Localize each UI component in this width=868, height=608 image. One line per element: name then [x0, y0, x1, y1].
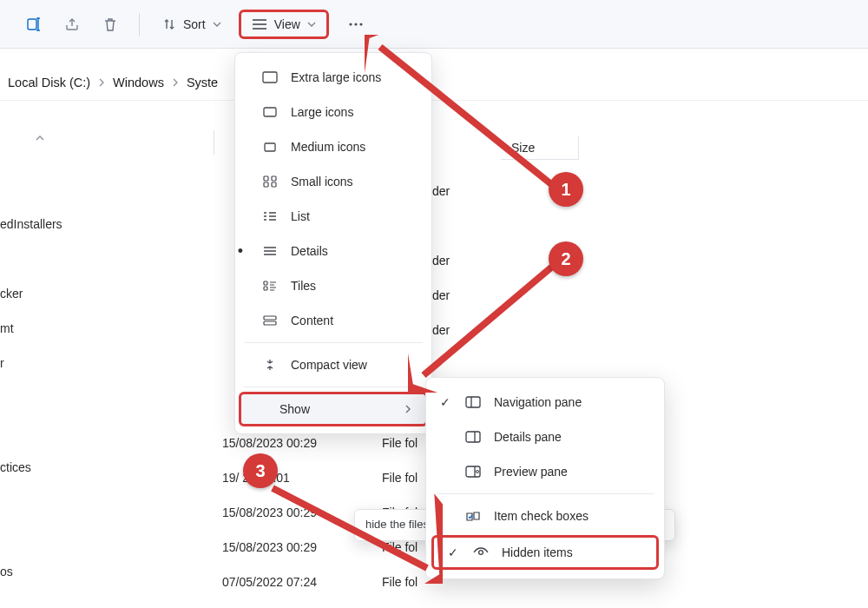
menu-item-preview-pane[interactable]: Preview pane	[426, 454, 664, 489]
type-cell: der	[432, 243, 450, 278]
list-lines-icon	[252, 18, 267, 30]
svg-rect-8	[272, 176, 276, 181]
crumb-3[interactable]: Syste	[184, 76, 220, 89]
svg-rect-11	[264, 281, 267, 285]
type-cell: der	[432, 278, 450, 313]
type-cell: der	[432, 174, 450, 208]
date-cell: 19/ 22 16:01	[222, 471, 344, 485]
menu-item-large-icons[interactable]: Large icons	[235, 95, 431, 129]
list-item[interactable]: os	[0, 554, 87, 589]
type-cell: der	[432, 313, 450, 347]
share-button[interactable]	[57, 10, 87, 39]
view-label: View	[274, 17, 300, 31]
svg-rect-16	[466, 432, 480, 442]
chevron-right-icon	[404, 404, 411, 414]
list-row[interactable]: 07/05/2022 07:24 File fol	[222, 565, 451, 599]
menu-divider	[437, 493, 654, 494]
svg-rect-14	[264, 321, 276, 325]
check-icon: ✓	[438, 395, 452, 409]
svg-rect-17	[466, 466, 480, 477]
preview-pane-icon	[464, 466, 482, 478]
toolbar-divider	[139, 13, 140, 36]
list-icon	[261, 211, 279, 221]
menu-item-compact-view[interactable]: Compact view	[235, 347, 431, 382]
svg-point-18	[477, 471, 479, 473]
menu-item-details-pane[interactable]: Details pane	[426, 420, 664, 454]
svg-rect-12	[264, 287, 267, 290]
menu-item-tiles[interactable]: Tiles	[235, 268, 431, 303]
list-item[interactable]: mt	[0, 311, 87, 346]
checkbox-icon	[464, 510, 482, 522]
small-icons-icon	[261, 175, 279, 188]
svg-point-2	[354, 23, 357, 25]
menu-item-item-check-boxes[interactable]: Item check boxes	[426, 499, 664, 533]
svg-rect-9	[264, 182, 268, 187]
svg-rect-6	[265, 143, 275, 151]
svg-point-1	[349, 23, 352, 25]
delete-button[interactable]	[95, 10, 125, 39]
svg-point-3	[359, 23, 362, 25]
check-icon: ✓	[446, 545, 460, 559]
details-pane-icon	[464, 431, 482, 443]
menu-divider	[244, 342, 423, 343]
eye-icon	[472, 547, 490, 558]
list-item[interactable]: r	[0, 346, 87, 380]
rename-button[interactable]	[19, 10, 49, 39]
large-icons-icon	[261, 107, 279, 117]
column-header-size[interactable]: Size	[501, 136, 579, 160]
date-cell: 15/08/2023 00:29	[222, 540, 344, 554]
sort-label: Sort	[183, 17, 206, 31]
menu-item-list[interactable]: List	[235, 199, 431, 234]
menu-item-navigation-pane[interactable]: ✓ Navigation pane	[426, 385, 664, 420]
list-item[interactable]: ctices	[0, 450, 87, 485]
column-divider	[214, 130, 214, 155]
list-item[interactable]: edInstallers	[0, 207, 87, 241]
chevron-right-icon	[167, 78, 184, 87]
date-cell: 07/05/2022 07:24	[222, 575, 344, 589]
content-icon	[261, 315, 279, 326]
bullet-icon: •	[234, 242, 247, 261]
annotation-badge-3: 3	[243, 453, 278, 488]
view-button[interactable]: View	[239, 10, 329, 39]
show-submenu: ✓ Navigation pane Details pane Preview p…	[425, 377, 665, 579]
svg-rect-4	[263, 72, 277, 83]
list-item[interactable]: cker	[0, 276, 87, 311]
chevron-down-icon	[307, 20, 316, 29]
breadcrumb[interactable]: Local Disk (C:) Windows Syste	[0, 64, 868, 101]
menu-item-content[interactable]: Content	[235, 303, 431, 338]
tiles-icon	[261, 281, 279, 291]
menu-item-show[interactable]: Show	[239, 392, 428, 426]
svg-rect-0	[28, 19, 36, 30]
annotation-badge-2: 2	[549, 241, 583, 276]
more-button[interactable]	[341, 10, 371, 39]
annotation-badge-1: 1	[549, 172, 583, 207]
menu-item-extra-large-icons[interactable]: Extra large icons	[235, 60, 431, 95]
svg-rect-5	[264, 108, 276, 116]
extra-large-icon	[261, 71, 279, 83]
menu-item-medium-icons[interactable]: Medium icons	[235, 129, 431, 164]
menu-item-details[interactable]: • Details	[235, 234, 431, 268]
chevron-right-icon	[93, 78, 110, 87]
navigation-pane-icon	[464, 396, 482, 408]
chevron-down-icon	[213, 20, 221, 29]
details-icon	[261, 246, 279, 256]
menu-divider	[244, 387, 423, 387]
view-dropdown: Extra large icons Large icons Medium ico…	[234, 52, 432, 434]
svg-rect-7	[264, 176, 268, 181]
crumb-1[interactable]: Local Disk (C:)	[5, 76, 93, 89]
svg-rect-15	[466, 397, 480, 407]
svg-point-19	[479, 551, 483, 555]
menu-item-small-icons[interactable]: Small icons	[235, 164, 431, 199]
date-cell: 15/08/2023 00:29	[222, 436, 344, 450]
medium-icons-icon	[261, 142, 279, 152]
menu-item-hidden-items[interactable]: ✓ Hidden items	[431, 535, 659, 570]
compact-icon	[261, 359, 279, 371]
svg-rect-13	[264, 316, 276, 320]
svg-rect-10	[272, 182, 276, 187]
crumb-2[interactable]: Windows	[110, 76, 167, 89]
date-cell: 15/08/2023 00:29	[222, 506, 344, 519]
sort-button[interactable]: Sort	[154, 10, 230, 39]
